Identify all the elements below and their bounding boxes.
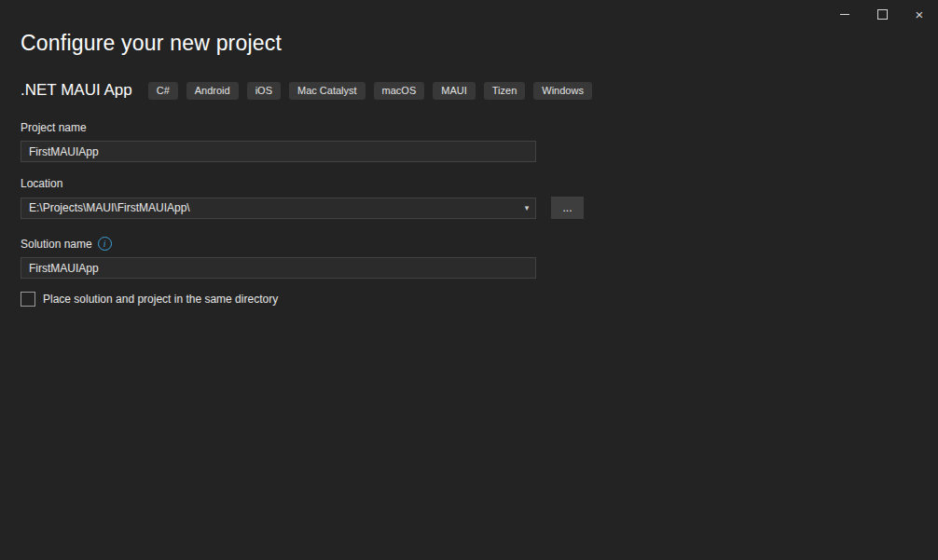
platform-tags: C#AndroidiOSMac CatalystmacOSMAUITizenWi…: [148, 82, 592, 100]
location-value[interactable]: E:\Projects\MAUI\FirstMAUIApp\: [21, 201, 518, 214]
location-combobox[interactable]: E:\Projects\MAUI\FirstMAUIApp\ ▾: [21, 198, 536, 219]
close-button[interactable]: ×: [901, 0, 938, 28]
platform-tag: C#: [148, 82, 178, 100]
solution-name-label: Solution name i: [21, 237, 917, 251]
platform-tag: iOS: [247, 82, 281, 100]
platform-tag: Mac Catalyst: [289, 82, 366, 100]
maximize-button[interactable]: [863, 0, 901, 28]
project-type-name: .NET MAUI App: [21, 81, 132, 100]
title-bar: ×: [0, 0, 938, 28]
platform-tag: Android: [186, 82, 239, 100]
platform-tag: Tizen: [484, 82, 526, 100]
minimize-button[interactable]: [826, 0, 863, 28]
project-name-input[interactable]: [21, 141, 536, 162]
browse-location-button[interactable]: ...: [551, 197, 584, 219]
close-icon: ×: [916, 7, 924, 21]
location-label: Location: [21, 177, 917, 190]
platform-tag: Windows: [533, 82, 592, 100]
project-type-row: .NET MAUI App C#AndroidiOSMac Catalystma…: [21, 81, 917, 100]
project-name-label: Project name: [21, 121, 917, 134]
configure-project-dialog: × Configure your new project .NET MAUI A…: [0, 0, 938, 560]
page-title: Configure your new project: [21, 31, 917, 56]
same-directory-option[interactable]: Place solution and project in the same d…: [21, 292, 917, 307]
platform-tag: MAUI: [433, 82, 476, 100]
chevron-down-icon[interactable]: ▾: [518, 203, 535, 212]
maximize-icon: [877, 9, 888, 20]
platform-tag: macOS: [374, 82, 425, 100]
location-row: E:\Projects\MAUI\FirstMAUIApp\ ▾ ...: [21, 197, 917, 219]
solution-name-input[interactable]: [21, 257, 536, 279]
minimize-icon: [840, 14, 849, 15]
same-directory-label: Place solution and project in the same d…: [43, 293, 278, 306]
info-icon[interactable]: i: [98, 237, 112, 251]
same-directory-checkbox[interactable]: [21, 292, 35, 307]
